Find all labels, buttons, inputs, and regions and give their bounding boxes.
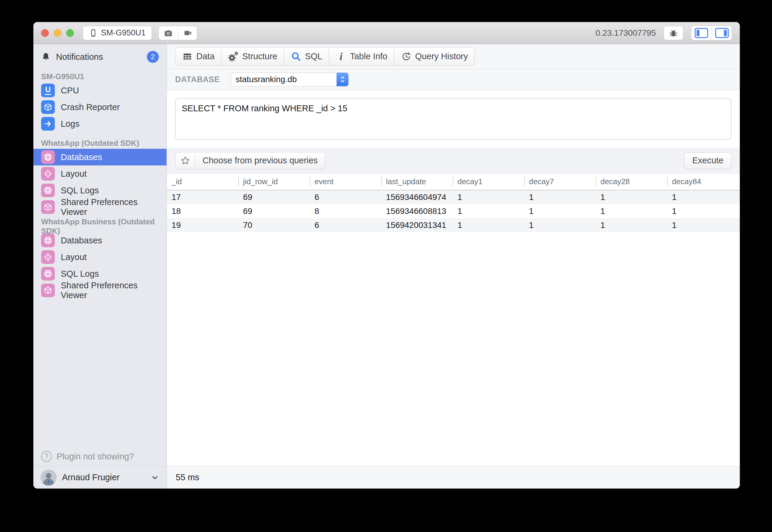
plugin-help-link[interactable]: ? Plugin not showing? (33, 447, 166, 466)
target-icon (41, 250, 55, 264)
sidebar-item-label: Logs (61, 119, 79, 129)
table-cell: 1 (596, 190, 667, 204)
sidebar-section-label: WhatsApp (Outdated SDK) (33, 137, 166, 149)
left-panel-icon (695, 28, 708, 38)
table-cell: 17 (167, 190, 238, 204)
column-header-id[interactable]: _id (167, 173, 238, 190)
table-row[interactable]: 1970615694200313411111 (167, 218, 740, 232)
question-circle-icon: ? (41, 451, 52, 462)
sidebar-item-logs[interactable]: Logs (33, 115, 166, 132)
maximize-button[interactable] (66, 29, 74, 37)
arrow-right-icon (41, 117, 55, 131)
table-row[interactable]: 1869815693466088131111 (167, 204, 740, 218)
table-cell: 1 (667, 190, 740, 204)
globe-icon (41, 234, 55, 247)
device-name: SM-G950U1 (101, 28, 146, 37)
right-panel-icon (715, 28, 729, 38)
globe-icon (41, 267, 55, 281)
column-header-decay1[interactable]: decay1 (453, 173, 524, 190)
sidebar-section-label: SM-G950U1 (33, 71, 166, 82)
sidebar-item-label: SQL Logs (61, 186, 99, 195)
table-cell: 1569346608813 (381, 204, 453, 218)
column-divider (524, 177, 525, 186)
sidebar-item-sql-logs[interactable]: SQL Logs (33, 182, 166, 199)
table-cell: 8 (310, 204, 381, 218)
choose-previous-queries-button[interactable]: Choose from previous queries (195, 152, 325, 169)
table-row[interactable]: 1769615693466049741111 (167, 190, 740, 204)
tab-query-history[interactable]: Query History (394, 48, 474, 65)
toggle-right-panel-button[interactable] (712, 26, 732, 40)
sidebar-sections: SM-G950U1UCPUCrash ReporterLogsWhatsApp … (33, 65, 166, 299)
app-version: 0.23.173007795 (596, 28, 656, 38)
table-header-row: _idjid_row_ideventlast_updatedecay1decay… (167, 173, 740, 190)
tab-structure[interactable]: Structure (221, 48, 284, 65)
column-divider (381, 177, 382, 186)
sidebar-item-label: CPU (61, 86, 79, 96)
column-header-decay28[interactable]: decay28 (596, 173, 667, 190)
sidebar-section-label: WhatsApp Business (Outdated SDK) (33, 221, 166, 232)
titlebar: SM-G950U1 0.23.173007795 (33, 22, 740, 44)
table-cell: 69 (238, 204, 310, 218)
cube-icon (41, 100, 55, 114)
column-header-decay7[interactable]: decay7 (524, 173, 596, 190)
screenshot-button[interactable] (159, 26, 178, 40)
results-table: _idjid_row_ideventlast_updatedecay1decay… (167, 173, 740, 232)
tab-label: SQL (305, 51, 322, 61)
table-cell: 1 (453, 190, 524, 204)
column-divider (310, 177, 310, 186)
query-section: SELECT * FROM ranking WHERE _id > 15 (167, 90, 740, 148)
table-cell: 19 (167, 218, 238, 232)
sidebar-item-notifications[interactable]: Notifications 2 (33, 48, 166, 65)
column-header-decay84[interactable]: decay84 (667, 173, 740, 190)
tab-table-info[interactable]: iTable Info (329, 48, 394, 65)
camera-icon (163, 28, 173, 38)
minimize-button[interactable] (54, 29, 61, 37)
sidebar-item-databases[interactable]: Databases (33, 149, 166, 165)
notifications-badge: 2 (147, 51, 159, 63)
toggle-left-panel-button[interactable] (691, 26, 712, 40)
sidebar-item-shared-preferences-viewer[interactable]: Shared Preferences Viewer (33, 282, 166, 299)
bug-report-button[interactable] (664, 26, 683, 40)
history-icon (401, 51, 412, 62)
table-cell: 1 (453, 204, 524, 218)
column-header-event[interactable]: event (310, 173, 381, 190)
table-cell: 1 (596, 218, 667, 232)
sidebar-item-label: Crash Reporter (61, 102, 120, 112)
query-input[interactable]: SELECT * FROM ranking WHERE _id > 15 (175, 98, 732, 140)
sidebar-item-shared-preferences-viewer[interactable]: Shared Preferences Viewer (33, 199, 166, 215)
video-camera-icon (183, 28, 192, 38)
view-mode-bar: DataStructureSQLiTable InfoQuery History (167, 44, 740, 69)
tab-data[interactable]: Data (175, 48, 221, 65)
table-cell: 6 (310, 218, 381, 232)
column-header-label: decay28 (601, 177, 630, 186)
sidebar-item-label: Databases (61, 236, 102, 245)
close-button[interactable] (41, 29, 49, 37)
sidebar-item-sql-logs[interactable]: SQL Logs (33, 265, 166, 282)
execute-button[interactable]: Execute (684, 152, 732, 169)
query-actions-row: Choose from previous queries Execute (167, 148, 740, 173)
column-header-last-update[interactable]: last_update (381, 173, 453, 190)
panel-toggles (691, 26, 732, 40)
sidebar-item-layout[interactable]: Layout (33, 165, 166, 182)
favorite-query-button[interactable] (175, 152, 195, 169)
user-menu[interactable]: Arnaud Frugier (33, 466, 166, 489)
sidebar-item-cpu[interactable]: UCPU (33, 82, 166, 99)
device-selector-button[interactable]: SM-G950U1 (83, 26, 152, 40)
tab-sql[interactable]: SQL (284, 48, 329, 65)
column-header-jid-row-id[interactable]: jid_row_id (238, 173, 310, 190)
results-table-area: _idjid_row_ideventlast_updatedecay1decay… (167, 173, 740, 466)
view-mode-tabs: DataStructureSQLiTable InfoQuery History (175, 47, 475, 66)
user-name: Arnaud Frugier (62, 472, 119, 482)
tab-label: Structure (242, 51, 277, 61)
database-select[interactable]: statusranking.db (231, 73, 349, 86)
sidebar-item-label: Layout (61, 169, 87, 179)
sidebar-item-crash-reporter[interactable]: Crash Reporter (33, 99, 166, 115)
previous-queries-group: Choose from previous queries (175, 152, 325, 169)
gears-icon (228, 51, 239, 62)
database-selector-row: DATABASE statusranking.db (167, 69, 740, 90)
screen-record-button[interactable] (178, 26, 197, 40)
window-content: Notifications 2 SM-G950U1UCPUCrash Repor… (33, 44, 740, 489)
column-header-label: decay1 (457, 177, 482, 186)
sidebar-item-layout[interactable]: Layout (33, 249, 166, 265)
capture-buttons (158, 26, 197, 40)
